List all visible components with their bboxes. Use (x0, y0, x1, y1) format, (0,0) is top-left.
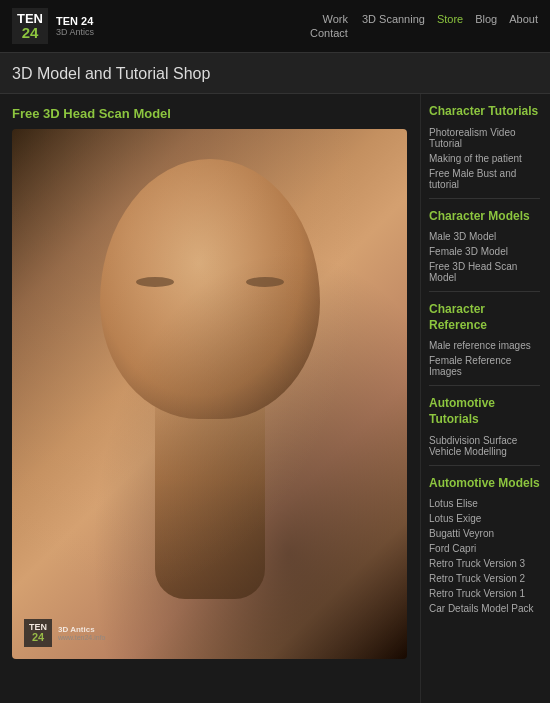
sidebar-item-0-2[interactable]: Free Male Bust and tutorial (429, 166, 540, 192)
main: Free 3D Head Scan Model TEN 24 3D Antics… (0, 94, 550, 703)
wm-box: TEN 24 (24, 619, 52, 647)
sidebar-section-title-3: Automotive Tutorials (429, 396, 540, 427)
sidebar-section-title-2: Character Reference (429, 302, 540, 333)
sidebar-item-4-2[interactable]: Bugatti Veyron (429, 526, 540, 541)
eyes-area (100, 277, 320, 287)
sidebar-divider-1 (429, 291, 540, 292)
sidebar-section-title-0: Character Tutorials (429, 104, 540, 120)
sidebar: Character TutorialsPhotorealism Video Tu… (420, 94, 550, 703)
sidebar-item-1-1[interactable]: Female 3D Model (429, 244, 540, 259)
wm-text: 3D Antics www.ten24.info (58, 625, 105, 641)
sidebar-item-4-4[interactable]: Retro Truck Version 3 (429, 556, 540, 571)
logo-area: TEN 24 TEN 24 3D Antics (12, 8, 94, 44)
logo-subtitle: 3D Antics (56, 27, 94, 37)
nav-store[interactable]: Store (437, 13, 463, 25)
logo-box: TEN 24 (12, 8, 48, 44)
sidebar-divider-2 (429, 385, 540, 386)
wm-24: 24 (32, 632, 44, 643)
nav-blog[interactable]: Blog (475, 13, 497, 25)
sidebar-item-0-1[interactable]: Making of the patient (429, 151, 540, 166)
face-detail (12, 129, 407, 659)
sidebar-item-4-3[interactable]: Ford Capri (429, 541, 540, 556)
sidebar-item-2-1[interactable]: Female Reference Images (429, 353, 540, 379)
nav: Work Contact 3D Scanning Store Blog Abou… (310, 13, 538, 39)
sidebar-item-1-0[interactable]: Male 3D Model (429, 229, 540, 244)
logo-24-text: 24 (22, 25, 39, 40)
header: TEN 24 TEN 24 3D Antics Work Contact 3D … (0, 0, 550, 53)
logo-name: TEN 24 (56, 15, 94, 27)
left-eye (136, 277, 174, 287)
sidebar-section-title-4: Automotive Models (429, 476, 540, 492)
sidebar-item-2-0[interactable]: Male reference images (429, 338, 540, 353)
page-title: 3D Model and Tutorial Shop (12, 65, 538, 83)
sidebar-item-4-7[interactable]: Car Details Model Pack (429, 601, 540, 616)
content: Free 3D Head Scan Model TEN 24 3D Antics… (0, 94, 420, 703)
nav-contact[interactable]: Contact (310, 27, 348, 39)
nav-work[interactable]: Work (322, 13, 347, 25)
head-image: TEN 24 3D Antics www.ten24.info (12, 129, 407, 659)
nav-right: 3D Scanning Store Blog About (362, 13, 538, 25)
content-title[interactable]: Free 3D Head Scan Model (12, 106, 408, 121)
sidebar-divider-3 (429, 465, 540, 466)
nav-3dscanning[interactable]: 3D Scanning (362, 13, 425, 25)
nav-left: Work Contact (310, 13, 348, 39)
sidebar-divider-0 (429, 198, 540, 199)
sidebar-item-4-1[interactable]: Lotus Exige (429, 511, 540, 526)
right-eye (246, 277, 284, 287)
logo-text: TEN 24 3D Antics (56, 15, 94, 37)
wm-url: www.ten24.info (58, 634, 105, 641)
nav-about[interactable]: About (509, 13, 538, 25)
sidebar-item-0-0[interactable]: Photorealism Video Tutorial (429, 125, 540, 151)
page-title-bar: 3D Model and Tutorial Shop (0, 53, 550, 94)
sidebar-item-4-6[interactable]: Retro Truck Version 1 (429, 586, 540, 601)
sidebar-item-4-0[interactable]: Lotus Elise (429, 496, 540, 511)
sidebar-item-3-0[interactable]: Subdivision Surface Vehicle Modelling (429, 433, 540, 459)
watermark: TEN 24 3D Antics www.ten24.info (24, 619, 105, 647)
sidebar-section-title-1: Character Models (429, 209, 540, 225)
wm-name: 3D Antics (58, 625, 105, 634)
sidebar-item-4-5[interactable]: Retro Truck Version 2 (429, 571, 540, 586)
sidebar-item-1-2[interactable]: Free 3D Head Scan Model (429, 259, 540, 285)
